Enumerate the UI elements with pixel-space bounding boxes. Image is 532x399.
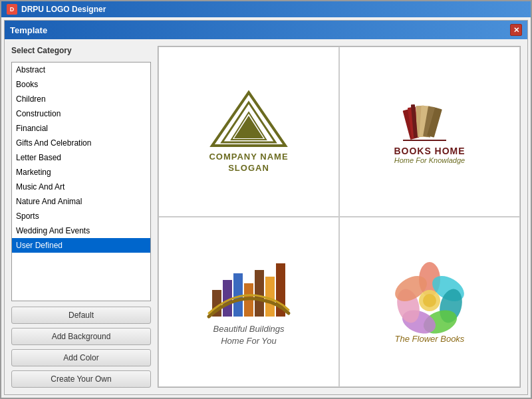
app-title: DRPU LOGO Designer: [21, 5, 106, 14]
dialog-body: Select Category Abstract Books Children …: [5, 39, 527, 394]
category-books[interactable]: Books: [12, 77, 150, 92]
books-home-subtitle: Home For Knowladge: [394, 156, 465, 164]
svg-point-27: [423, 294, 436, 307]
add-background-button[interactable]: Add Background: [11, 328, 151, 345]
add-color-button[interactable]: Add Color: [11, 349, 151, 366]
svg-rect-17: [265, 277, 275, 317]
create-your-own-button[interactable]: Create Your Own: [11, 370, 151, 388]
template-flower[interactable]: The Flower Books: [339, 217, 520, 387]
dialog-title: Template: [10, 25, 47, 35]
category-children[interactable]: Children: [12, 92, 150, 106]
category-wedding[interactable]: Wedding And Events: [12, 223, 150, 238]
default-button[interactable]: Default: [11, 307, 151, 324]
category-marketing[interactable]: Marketing: [12, 165, 150, 180]
close-button[interactable]: ✕: [510, 24, 522, 36]
category-list[interactable]: Abstract Books Children Construction Fin…: [11, 62, 151, 301]
main-window: D DRPU LOGO Designer Template ✕ Select C…: [0, 0, 532, 399]
category-nature[interactable]: Nature And Animal: [12, 194, 150, 209]
templates-grid: COMPANY NAME SLOGAN: [158, 46, 521, 388]
button-row: Default Add Background Add Color Create …: [11, 307, 151, 388]
svg-rect-16: [255, 270, 264, 317]
buildings-logo: Beautiful Buildings Home For You: [205, 257, 292, 347]
category-construction[interactable]: Construction: [12, 106, 150, 121]
dialog-title-bar: Template ✕: [5, 21, 527, 39]
books-home-logo: BOOKS HOME Home For Knowladge: [394, 99, 465, 164]
flower-logo: The Flower Books: [390, 261, 469, 344]
triangle-logo-graphic: [209, 89, 289, 149]
category-music[interactable]: Music And Art: [12, 180, 150, 194]
left-panel: Select Category Abstract Books Children …: [11, 46, 151, 388]
buildings-text: Beautiful Buildings Home For You: [213, 323, 285, 347]
category-letter[interactable]: Letter Based: [12, 150, 150, 165]
category-user-defined[interactable]: User Defined: [12, 238, 150, 253]
template-buildings[interactable]: Beautiful Buildings Home For You: [158, 217, 339, 387]
category-abstract[interactable]: Abstract: [12, 63, 150, 77]
flower-text: The Flower Books: [395, 334, 465, 344]
app-icon: D: [7, 4, 17, 15]
template-dialog: Template ✕ Select Category Abstract Book…: [4, 20, 528, 395]
category-financial[interactable]: Financial: [12, 121, 150, 136]
title-bar: D DRPU LOGO Designer: [1, 1, 531, 17]
template-triangle[interactable]: COMPANY NAME SLOGAN: [158, 47, 339, 217]
books-home-title: BOOKS HOME: [394, 146, 465, 156]
template-books-home[interactable]: BOOKS HOME Home For Knowladge: [339, 47, 520, 217]
triangle-logo-text: COMPANY NAME SLOGAN: [209, 152, 288, 174]
category-sports[interactable]: Sports: [12, 209, 150, 223]
category-gifts[interactable]: Gifts And Celebration: [12, 136, 150, 150]
category-label: Select Category: [11, 46, 151, 55]
